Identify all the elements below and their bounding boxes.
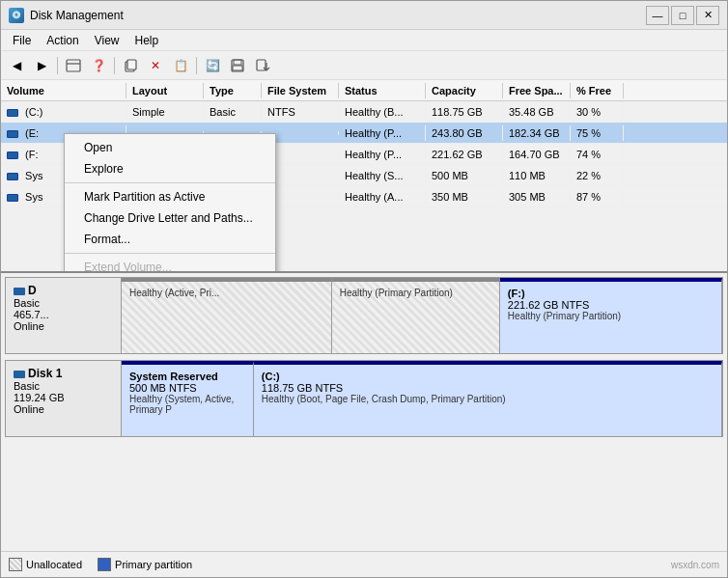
cell-fs-0: NTFS xyxy=(262,104,339,120)
delete-button[interactable]: ✕ xyxy=(144,55,167,76)
col-free[interactable]: Free Spa... xyxy=(503,83,571,98)
cm-change-letter[interactable]: Change Drive Letter and Paths... xyxy=(65,207,275,229)
title-bar: 💿 Disk Management — □ ✕ xyxy=(1,1,727,30)
main-window: 💿 Disk Management — □ ✕ File Action View… xyxy=(0,0,728,578)
save-button[interactable] xyxy=(226,55,249,76)
partition-1-c-size: 118.75 GB NTFS xyxy=(262,382,714,394)
col-layout[interactable]: Layout xyxy=(126,83,204,98)
menu-action[interactable]: Action xyxy=(39,32,86,49)
svg-rect-0 xyxy=(67,60,80,71)
cell-status-1: Healthy (P... xyxy=(339,125,426,141)
partition-1-c-name: (C:) xyxy=(262,371,714,382)
cm-mark-active[interactable]: Mark Partition as Active xyxy=(65,186,275,207)
col-type[interactable]: Type xyxy=(204,83,262,98)
cm-extend: Extend Volume... xyxy=(65,257,275,273)
cell-pct-1: 75 % xyxy=(571,125,624,141)
menu-view[interactable]: View xyxy=(87,32,127,49)
partition-1-system-status: Healthy (System, Active, Primary P xyxy=(129,394,245,415)
toolbar-separator-3 xyxy=(196,57,197,74)
disk-d-label: D Basic 465.7... Online xyxy=(6,278,122,353)
table-section: Open Explore Mark Partition as Active Ch… xyxy=(1,80,727,273)
partition-1-c[interactable]: (C:) 118.75 GB NTFS Healthy (Boot, Page … xyxy=(254,361,722,436)
legend-unallocated-label: Unallocated xyxy=(26,559,82,570)
col-capacity[interactable]: Capacity xyxy=(426,83,503,98)
svg-rect-3 xyxy=(127,60,136,69)
disk-1-type: Basic xyxy=(14,380,113,392)
legend-unallocated: Unallocated xyxy=(9,558,82,571)
disk-d-size: 465.7... xyxy=(14,309,113,320)
legend-primary: Primary partition xyxy=(98,558,192,571)
partition-1-c-status: Healthy (Boot, Page File, Crash Dump, Pr… xyxy=(262,394,714,404)
toolbar-separator-1 xyxy=(57,57,58,74)
close-button[interactable]: ✕ xyxy=(696,6,719,25)
toolbar-separator-2 xyxy=(114,57,115,74)
watermark: wsxdn.com xyxy=(671,560,719,570)
disk-1-size: 119.24 GB xyxy=(14,392,113,403)
maximize-button[interactable]: □ xyxy=(671,6,694,25)
window-icon: 💿 xyxy=(9,8,24,23)
cell-volume-0: (C:) xyxy=(1,104,126,120)
svg-rect-5 xyxy=(234,60,241,65)
disk-view: D Basic 465.7... Online Healthy (Active,… xyxy=(1,273,727,551)
cell-free-0: 35.48 GB xyxy=(503,104,571,120)
partition-d-3-name: (F:) xyxy=(508,288,714,299)
cm-sep-2 xyxy=(65,253,275,254)
menu-bar: File Action View Help xyxy=(1,30,727,51)
legend-primary-box xyxy=(98,558,111,571)
disk-1-partitions: System Reserved 500 MB NTFS Healthy (Sys… xyxy=(122,361,722,436)
content-area: Open Explore Mark Partition as Active Ch… xyxy=(1,80,727,577)
window-title: Disk Management xyxy=(30,9,124,22)
copy-button[interactable] xyxy=(119,55,142,76)
table-header: Volume Layout Type File System Status Ca… xyxy=(1,80,727,101)
paste-button[interactable]: 📋 xyxy=(169,55,192,76)
disk-1-label: Disk 1 Basic 119.24 GB Online xyxy=(6,361,122,436)
partition-1-system-size: 500 MB NTFS xyxy=(129,382,245,394)
back-button[interactable]: ◀ xyxy=(5,55,28,76)
partition-d-1-status: Healthy (Active, Pri... xyxy=(129,288,323,298)
partition-d-2-status: Healthy (Primary Partition) xyxy=(340,288,491,298)
cell-type-0: Basic xyxy=(204,104,262,120)
disk-row-1: Disk 1 Basic 119.24 GB Online System Res… xyxy=(5,360,723,437)
cell-layout-0: Simple xyxy=(126,104,204,120)
cell-free-1: 182.34 GB xyxy=(503,125,571,141)
show-hide-button[interactable] xyxy=(62,55,85,76)
menu-file[interactable]: File xyxy=(5,32,39,49)
cm-explore[interactable]: Explore xyxy=(65,158,275,179)
forward-button[interactable]: ▶ xyxy=(30,55,53,76)
col-pctfree[interactable]: % Free xyxy=(571,83,624,98)
cm-open[interactable]: Open xyxy=(65,137,275,158)
partition-d-2[interactable]: Healthy (Primary Partition) xyxy=(332,278,500,353)
disk-row-d: D Basic 465.7... Online Healthy (Active,… xyxy=(5,277,723,354)
cell-status-0: Healthy (B... xyxy=(339,104,426,120)
partition-d-3-status: Healthy (Primary Partition) xyxy=(508,311,714,321)
disk-1-title: Disk 1 xyxy=(14,367,113,380)
partition-d-3-size: 221.62 GB NTFS xyxy=(508,299,714,311)
cell-pct-0: 30 % xyxy=(571,104,624,120)
disk-d-partitions: Healthy (Active, Pri... Healthy (Primary… xyxy=(122,278,722,353)
disk-d-type: Basic xyxy=(14,297,113,309)
disk-1-status: Online xyxy=(14,403,113,415)
legend-primary-label: Primary partition xyxy=(115,559,192,570)
help-button[interactable]: ❓ xyxy=(87,55,110,76)
cm-format[interactable]: Format... xyxy=(65,229,275,250)
refresh-button[interactable]: 🔄 xyxy=(201,55,224,76)
table-row[interactable]: (C:) Simple Basic NTFS Healthy (B... 118… xyxy=(1,101,727,123)
partition-1-system-name: System Reserved xyxy=(129,371,245,382)
minimize-button[interactable]: — xyxy=(646,6,669,25)
disk-d-title: D xyxy=(14,284,113,297)
export-button[interactable] xyxy=(251,55,274,76)
col-status[interactable]: Status xyxy=(339,83,426,98)
svg-rect-6 xyxy=(233,66,242,70)
partition-d-3[interactable]: (F:) 221.62 GB NTFS Healthy (Primary Par… xyxy=(500,278,722,353)
partition-d-1[interactable]: Healthy (Active, Pri... xyxy=(122,278,332,353)
disk-d-status: Online xyxy=(14,320,113,332)
title-bar-left: 💿 Disk Management xyxy=(9,8,124,23)
cm-sep-1 xyxy=(65,182,275,183)
col-fs[interactable]: File System xyxy=(262,83,339,98)
legend: Unallocated Primary partition wsxdn.com xyxy=(1,551,727,577)
toolbar: ◀ ▶ ❓ ✕ 📋 🔄 xyxy=(1,51,727,80)
partition-1-system[interactable]: System Reserved 500 MB NTFS Healthy (Sys… xyxy=(122,361,254,436)
menu-help[interactable]: Help xyxy=(127,32,167,49)
cell-cap-1: 243.80 GB xyxy=(426,125,503,141)
col-volume[interactable]: Volume xyxy=(1,83,126,98)
